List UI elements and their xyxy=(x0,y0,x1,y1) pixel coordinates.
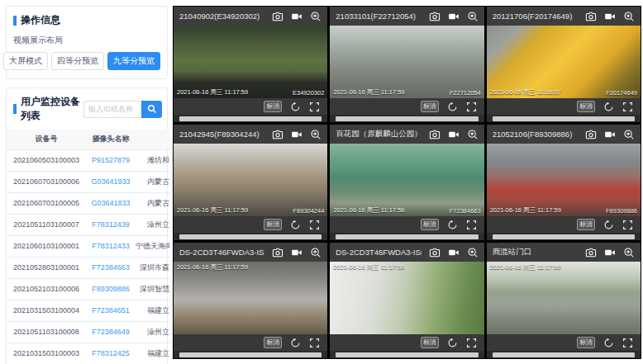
search-input[interactable] xyxy=(83,101,141,118)
video-frame[interactable]: 2021-06-16 周三 11:17:59 F89304244 xyxy=(174,144,327,216)
snapshot-camera-icon[interactable] xyxy=(429,11,441,22)
zoom-in-icon[interactable] xyxy=(623,11,635,22)
record-video-icon[interactable] xyxy=(448,129,460,140)
video-frame[interactable]: 2021-06-16 周三 11:17:59 F89309886 xyxy=(487,144,641,216)
table-row[interactable]: 2021060703100006 G03641933 内蒙古 xyxy=(7,171,170,192)
snapshot-camera-icon[interactable] xyxy=(272,129,283,140)
camera-code-link[interactable]: F72384663 xyxy=(86,257,136,278)
video-horizontal-scrollbar[interactable] xyxy=(330,351,483,358)
record-video-icon[interactable] xyxy=(604,247,616,258)
scrollbar-thumb[interactable] xyxy=(336,352,478,357)
replay-icon[interactable] xyxy=(290,338,301,348)
snapshot-camera-icon[interactable] xyxy=(585,129,597,140)
table-row[interactable]: 2021060103100001 F78312433 宁德天海向 xyxy=(7,235,170,257)
quality-selector[interactable]: 标清 xyxy=(577,337,595,348)
record-video-icon[interactable] xyxy=(604,11,616,22)
camera-code-link[interactable]: F89309886 xyxy=(86,278,136,300)
quality-selector[interactable]: 标清 xyxy=(577,219,595,230)
zoom-in-icon[interactable] xyxy=(623,247,635,258)
table-row[interactable]: 2021051103100007 F78312439 漳州立 xyxy=(7,214,170,235)
snapshot-camera-icon[interactable] xyxy=(272,11,283,22)
snapshot-camera-icon[interactable] xyxy=(429,129,441,140)
search-button[interactable] xyxy=(141,101,162,118)
record-video-icon[interactable] xyxy=(291,11,302,22)
camera-code-link[interactable]: F72384651 xyxy=(86,300,136,321)
quality-selector[interactable]: 标清 xyxy=(264,337,282,348)
replay-icon[interactable] xyxy=(603,102,614,112)
quality-selector[interactable]: 标清 xyxy=(421,219,439,230)
scrollbar-thumb[interactable] xyxy=(493,352,635,357)
zoom-in-icon[interactable] xyxy=(310,247,322,258)
scrollbar-thumb[interactable] xyxy=(179,234,322,239)
zoom-in-icon[interactable] xyxy=(467,11,479,22)
camera-code-link[interactable]: F72384649 xyxy=(86,321,136,343)
scrollbar-thumb[interactable] xyxy=(493,234,635,239)
zoom-in-icon[interactable] xyxy=(623,129,635,140)
fullscreen-icon[interactable] xyxy=(622,102,633,112)
video-horizontal-scrollbar[interactable] xyxy=(330,233,483,240)
video-frame[interactable]: 2021-06-16 周三 11:17:59 F22712054 xyxy=(330,26,483,98)
video-frame[interactable]: 2021-06-16 周三 11:17:59 xyxy=(330,262,483,334)
snapshot-camera-icon[interactable] xyxy=(429,247,441,258)
scrollbar-thumb[interactable] xyxy=(179,352,322,357)
fullscreen-icon[interactable] xyxy=(622,338,633,348)
snapshot-camera-icon[interactable] xyxy=(585,247,597,258)
snapshot-camera-icon[interactable] xyxy=(272,247,283,258)
zoom-in-icon[interactable] xyxy=(310,11,322,22)
video-horizontal-scrollbar[interactable] xyxy=(487,233,641,240)
video-frame[interactable]: 2021-06-16 周三 11:18:07 F20174649 xyxy=(487,26,641,98)
camera-code-link[interactable]: G03641833 xyxy=(86,192,136,214)
layout-button-quad[interactable]: 四等分预览 xyxy=(51,52,104,70)
quality-selector[interactable]: 标清 xyxy=(421,337,439,348)
layout-button-fullscreen[interactable]: 大屏模式 xyxy=(3,52,48,70)
zoom-in-icon[interactable] xyxy=(310,129,322,140)
zoom-in-icon[interactable] xyxy=(467,247,479,258)
scrollbar-thumb[interactable] xyxy=(179,116,322,121)
record-video-icon[interactable] xyxy=(291,247,302,258)
table-row[interactable]: 2021060703100005 G03641833 内蒙古 xyxy=(7,192,170,214)
quality-selector[interactable]: 标清 xyxy=(264,219,282,230)
fullscreen-icon[interactable] xyxy=(466,102,477,112)
replay-icon[interactable] xyxy=(290,102,301,112)
quality-selector[interactable]: 标清 xyxy=(577,101,595,112)
video-frame[interactable]: 2021-06-16 周三 11:17:59 xyxy=(487,262,641,334)
snapshot-camera-icon[interactable] xyxy=(585,11,597,22)
record-video-icon[interactable] xyxy=(448,11,460,22)
camera-code-link[interactable]: F78312433 xyxy=(86,235,136,257)
video-frame[interactable]: 2021-06-16 周三 11:17:56 F72384663 xyxy=(330,144,483,216)
table-row[interactable]: 2021031503100003 F78312425 福建立 xyxy=(7,343,170,364)
table-row[interactable]: 2021060503100003 P91527879 潍坊和 xyxy=(7,149,170,171)
fullscreen-icon[interactable] xyxy=(309,102,320,112)
scrollbar-thumb[interactable] xyxy=(336,116,478,121)
fullscreen-icon[interactable] xyxy=(622,220,633,230)
record-video-icon[interactable] xyxy=(291,129,302,140)
record-video-icon[interactable] xyxy=(604,129,616,140)
replay-icon[interactable] xyxy=(447,220,458,230)
quality-selector[interactable]: 标清 xyxy=(421,101,439,112)
replay-icon[interactable] xyxy=(603,220,614,230)
layout-button-nine[interactable]: 九等分预览 xyxy=(107,52,160,70)
camera-code-link[interactable]: G03641933 xyxy=(86,171,136,192)
replay-icon[interactable] xyxy=(290,220,301,230)
camera-code-link[interactable]: P91527879 xyxy=(86,149,136,171)
replay-icon[interactable] xyxy=(603,338,614,348)
scrollbar-thumb[interactable] xyxy=(336,234,478,239)
table-row[interactable]: 2021052803100001 F72384663 深圳市森 xyxy=(7,257,170,278)
camera-code-link[interactable]: F78312425 xyxy=(86,343,136,364)
video-horizontal-scrollbar[interactable] xyxy=(487,115,641,122)
replay-icon[interactable] xyxy=(447,338,458,348)
video-frame[interactable]: 2021-06-16 周三 11:17:59 xyxy=(174,262,327,334)
table-row[interactable]: 2021052103100006 F89309886 深圳智慧 xyxy=(7,278,170,300)
fullscreen-icon[interactable] xyxy=(309,338,320,348)
video-horizontal-scrollbar[interactable] xyxy=(330,115,483,122)
scrollbar-thumb[interactable] xyxy=(493,116,635,121)
table-row[interactable]: 2021051103100008 F72384649 漳州立 xyxy=(7,321,170,343)
video-horizontal-scrollbar[interactable] xyxy=(487,351,641,358)
video-frame[interactable]: 2021-06-16 周三 11:17:59 E34920302 xyxy=(174,26,327,98)
zoom-in-icon[interactable] xyxy=(467,129,479,140)
table-row[interactable]: 2021031503100004 F72384651 福建立 xyxy=(7,300,170,321)
fullscreen-icon[interactable] xyxy=(309,220,320,230)
video-horizontal-scrollbar[interactable] xyxy=(174,115,327,122)
record-video-icon[interactable] xyxy=(448,247,460,258)
fullscreen-icon[interactable] xyxy=(466,338,477,348)
